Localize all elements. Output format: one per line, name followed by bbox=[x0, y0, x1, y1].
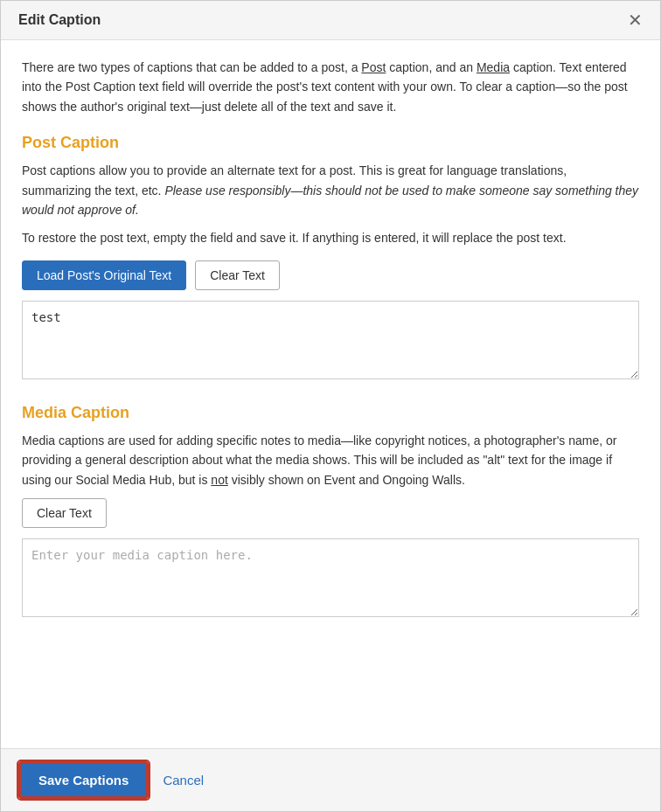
post-caption-title: Post Caption bbox=[22, 134, 639, 152]
close-button[interactable]: ✕ bbox=[628, 11, 643, 29]
post-caption-clear-button[interactable]: Clear Text bbox=[195, 260, 280, 290]
modal-footer: Save Captions Cancel bbox=[1, 748, 660, 811]
media-caption-clear-button[interactable]: Clear Text bbox=[22, 498, 107, 528]
media-link[interactable]: Media bbox=[477, 60, 510, 74]
post-caption-btn-group: Load Post's Original Text Clear Text bbox=[22, 260, 639, 290]
edit-caption-modal: Edit Caption ✕ There are two types of ca… bbox=[0, 0, 661, 812]
post-caption-desc1: Post captions allow you to provide an al… bbox=[22, 161, 639, 219]
modal-body: There are two types of captions that can… bbox=[1, 40, 660, 748]
cancel-button[interactable]: Cancel bbox=[163, 773, 204, 788]
media-caption-textarea[interactable] bbox=[22, 538, 639, 617]
load-original-text-button[interactable]: Load Post's Original Text bbox=[22, 260, 186, 290]
media-caption-not: not bbox=[211, 473, 227, 487]
post-link[interactable]: Post bbox=[361, 60, 386, 74]
post-caption-italic: Please use responsibly—this should not b… bbox=[22, 184, 638, 217]
media-caption-btn-group: Clear Text bbox=[22, 498, 639, 528]
save-captions-button[interactable]: Save Captions bbox=[18, 761, 149, 799]
post-caption-textarea[interactable]: test bbox=[22, 301, 639, 379]
intro-text: There are two types of captions that can… bbox=[22, 58, 639, 116]
modal-title: Edit Caption bbox=[18, 12, 101, 28]
media-caption-title: Media Caption bbox=[22, 404, 639, 422]
post-caption-desc2: To restore the post text, empty the fiel… bbox=[22, 228, 639, 247]
modal-overlay: Edit Caption ✕ There are two types of ca… bbox=[0, 0, 661, 812]
media-caption-desc: Media captions are used for adding speci… bbox=[22, 431, 639, 489]
modal-header: Edit Caption ✕ bbox=[1, 1, 660, 40]
